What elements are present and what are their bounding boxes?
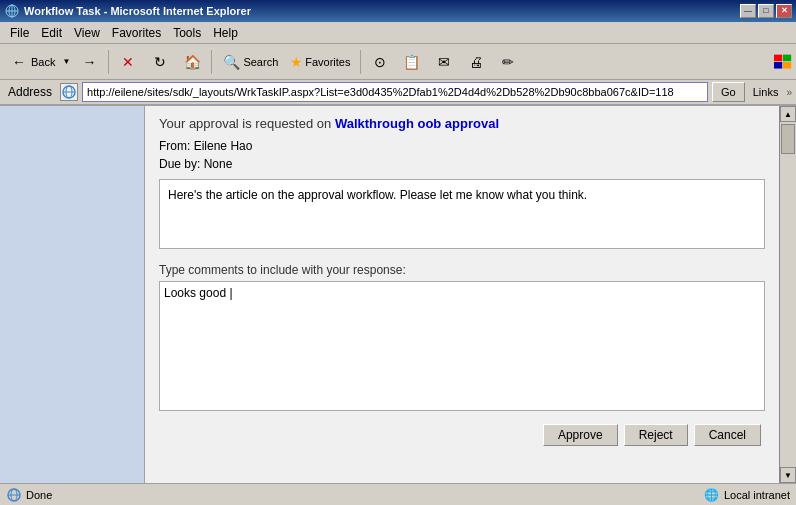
- back-icon: ←: [9, 52, 29, 72]
- title-bar-left: Workflow Task - Microsoft Internet Explo…: [4, 3, 251, 19]
- message-text: Here's the article on the approval workf…: [168, 188, 587, 202]
- windows-flag: [774, 55, 792, 69]
- forward-button[interactable]: →: [74, 48, 104, 76]
- content-area: Your approval is requested on Walkthroug…: [145, 106, 779, 483]
- mail-button[interactable]: ✉: [429, 48, 459, 76]
- links-expand-icon: »: [786, 87, 792, 98]
- reject-button[interactable]: Reject: [624, 424, 688, 446]
- address-label: Address: [4, 85, 56, 99]
- message-box: Here's the article on the approval workf…: [159, 179, 765, 249]
- from-field: From: Eilene Hao: [159, 139, 765, 153]
- toolbar-sep-2: [211, 50, 212, 74]
- maximize-button[interactable]: □: [758, 4, 774, 18]
- favorites-button[interactable]: ★ Favorites: [285, 48, 355, 76]
- back-dropdown[interactable]: ▼: [60, 48, 72, 76]
- toolbar-sep-1: [108, 50, 109, 74]
- edit-button[interactable]: ✏: [493, 48, 523, 76]
- back-button-group[interactable]: ← Back ▼: [4, 48, 72, 76]
- edit-icon: ✏: [498, 52, 518, 72]
- approval-title: Your approval is requested on Walkthroug…: [159, 116, 765, 131]
- from-value: Eilene Hao: [194, 139, 253, 153]
- scroll-up-button[interactable]: ▲: [780, 106, 796, 122]
- go-button[interactable]: Go: [712, 82, 745, 102]
- status-right: 🌐 Local intranet: [704, 487, 790, 503]
- menu-file[interactable]: File: [4, 24, 35, 42]
- comments-textarea[interactable]: Looks good |: [159, 281, 765, 411]
- refresh-button[interactable]: ↻: [145, 48, 175, 76]
- links-label: Links: [749, 86, 783, 98]
- status-text: Done: [26, 489, 52, 501]
- due-label: Due by:: [159, 157, 200, 171]
- status-page-icon: [6, 487, 22, 503]
- menu-favorites[interactable]: Favorites: [106, 24, 167, 42]
- history-icon: 📋: [402, 52, 422, 72]
- sidebar: [0, 106, 145, 483]
- search-button[interactable]: 🔍 Search: [216, 48, 283, 76]
- comments-label: Type comments to include with your respo…: [159, 263, 765, 277]
- cancel-button[interactable]: Cancel: [694, 424, 761, 446]
- svg-rect-4: [774, 54, 782, 61]
- title-bar: Workflow Task - Microsoft Internet Explo…: [0, 0, 796, 22]
- favorites-label: Favorites: [305, 56, 350, 68]
- scrollbar[interactable]: ▲ ▼: [779, 106, 796, 483]
- intranet-icon: 🌐: [704, 487, 720, 503]
- menu-bar: File Edit View Favorites Tools Help: [0, 22, 796, 44]
- menu-help[interactable]: Help: [207, 24, 244, 42]
- svg-rect-5: [783, 54, 791, 61]
- due-by-field: Due by: None: [159, 157, 765, 171]
- address-input[interactable]: [82, 82, 708, 102]
- refresh-icon: ↻: [150, 52, 170, 72]
- home-button[interactable]: 🏠: [177, 48, 207, 76]
- window-controls: — □ ✕: [740, 4, 792, 18]
- back-label: Back: [31, 56, 55, 68]
- search-icon: 🔍: [221, 52, 241, 72]
- svg-rect-7: [783, 62, 791, 69]
- status-left: Done: [6, 487, 52, 503]
- stop-button[interactable]: ✕: [113, 48, 143, 76]
- favorites-icon: ★: [290, 54, 303, 70]
- menu-edit[interactable]: Edit: [35, 24, 68, 42]
- history-button[interactable]: 📋: [397, 48, 427, 76]
- page-icon: [60, 83, 78, 101]
- zone-text: Local intranet: [724, 489, 790, 501]
- window-title: Workflow Task - Microsoft Internet Explo…: [24, 5, 251, 17]
- scroll-thumb[interactable]: [781, 124, 795, 154]
- mail-icon: ✉: [434, 52, 454, 72]
- browser-content: Your approval is requested on Walkthroug…: [0, 106, 796, 483]
- menu-view[interactable]: View: [68, 24, 106, 42]
- browser-icon: [4, 3, 20, 19]
- scroll-down-button[interactable]: ▼: [780, 467, 796, 483]
- print-button[interactable]: 🖨: [461, 48, 491, 76]
- stop-icon: ✕: [118, 52, 138, 72]
- status-bar: Done 🌐 Local intranet: [0, 483, 796, 505]
- action-buttons: Approve Reject Cancel: [159, 424, 765, 446]
- approval-link[interactable]: Walkthrough oob approval: [335, 116, 499, 131]
- minimize-button[interactable]: —: [740, 4, 756, 18]
- print-icon: 🖨: [466, 52, 486, 72]
- toolbar-sep-3: [360, 50, 361, 74]
- approval-title-prefix: Your approval is requested on: [159, 116, 335, 131]
- toolbar: ← Back ▼ → ✕ ↻ 🏠 🔍 Search ★ Favorites ⊙ …: [0, 44, 796, 80]
- svg-rect-6: [774, 62, 782, 69]
- from-label: From:: [159, 139, 190, 153]
- close-button[interactable]: ✕: [776, 4, 792, 18]
- address-bar: Address Go Links »: [0, 80, 796, 106]
- home-icon: 🏠: [182, 52, 202, 72]
- search-label: Search: [243, 56, 278, 68]
- back-button[interactable]: ← Back: [4, 48, 60, 76]
- media-button[interactable]: ⊙: [365, 48, 395, 76]
- approve-button[interactable]: Approve: [543, 424, 618, 446]
- due-value: None: [204, 157, 233, 171]
- media-icon: ⊙: [370, 52, 390, 72]
- forward-icon: →: [79, 52, 99, 72]
- menu-tools[interactable]: Tools: [167, 24, 207, 42]
